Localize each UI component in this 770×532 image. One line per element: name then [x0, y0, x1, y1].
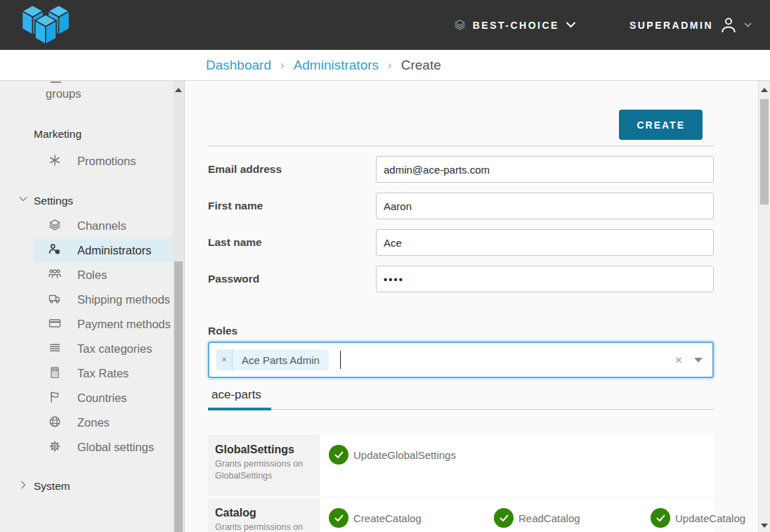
sidebar-item-tax-categories[interactable]: Tax categories [34, 336, 174, 361]
chevron-down-icon [566, 22, 576, 28]
permission-row-catalog: Catalog Grants permissions on Products, … [208, 498, 714, 532]
toggle-label: UpdateCatalog [675, 512, 745, 524]
sidebar-item-global-settings[interactable]: Global settings [34, 434, 174, 459]
breadcrumb-bar: Dashboard › Administrators › Create [0, 50, 770, 81]
sidebar-item-roles[interactable]: Roles [34, 262, 174, 287]
main-content: CREATE Email address First name Last nam… [185, 81, 758, 532]
toggle-on-icon[interactable] [329, 445, 348, 465]
nav-section-marketing[interactable]: Marketing [0, 127, 174, 141]
last-name-field-row: Last name [208, 229, 714, 256]
permissions-table: GlobalSettings Grants permissions on Glo… [208, 435, 714, 532]
toggle-on-icon[interactable] [329, 508, 348, 528]
channel-switcher[interactable]: BEST-CHOICE [453, 18, 576, 32]
sidebar-item-shipping-methods[interactable]: Shipping methods [34, 287, 174, 311]
breadcrumb: Dashboard › Administrators › Create [206, 58, 441, 73]
tax-categories-icon [48, 341, 62, 355]
nav-section-settings[interactable]: Settings [0, 194, 174, 208]
scroll-up-arrow[interactable] [175, 88, 182, 92]
nav-section-system[interactable]: System [0, 479, 174, 493]
toggle-label: UpdateGlobalSettings [353, 449, 456, 461]
sidebar-item-customer-groups[interactable]: groups [0, 85, 174, 102]
email-input[interactable] [376, 156, 714, 183]
main-scrollbar[interactable] [758, 81, 770, 532]
sidebar-item-countries[interactable]: Countries [34, 385, 174, 410]
first-name-input[interactable] [376, 193, 714, 219]
channel-tabs: ace-parts [208, 388, 714, 410]
email-label: Email address [208, 163, 376, 176]
breadcrumb-separator: › [280, 58, 285, 72]
sidebar-nav: groups Marketing Promotions [0, 81, 185, 532]
first-name-label: First name [208, 200, 376, 212]
user-icon [719, 15, 738, 35]
last-name-label: Last name [208, 236, 376, 249]
email-field-row: Email address [208, 156, 714, 183]
role-chip: × Ace Parts Admin [216, 349, 329, 370]
password-input[interactable] [376, 266, 714, 292]
text-cursor [340, 351, 341, 369]
first-name-field-row: First name [208, 193, 714, 219]
main-scrollbar-thumb[interactable] [760, 99, 769, 205]
channels-icon [48, 218, 62, 232]
permission-name: GlobalSettings [215, 443, 313, 456]
breadcrumb-separator: › [388, 58, 392, 72]
user-menu[interactable]: SUPERADMIN [629, 15, 752, 35]
sidebar-scrollbar-thumb[interactable] [174, 261, 183, 532]
sidebar-item-administrators[interactable]: Administrators [34, 238, 174, 262]
countries-icon [48, 390, 62, 404]
roles-select[interactable]: × Ace Parts Admin × [208, 342, 714, 378]
tax-rates-icon [48, 365, 62, 379]
dropdown-arrow-icon[interactable] [694, 358, 703, 363]
vendure-logo-icon[interactable] [20, 5, 72, 46]
password-label: Password [208, 273, 376, 285]
permission-toggle: CreateCatalog [329, 508, 494, 528]
zones-icon [48, 415, 62, 429]
permission-name: Catalog [215, 507, 313, 519]
payment-methods-icon [48, 316, 62, 330]
sidebar-item-tax-rates[interactable]: Tax Rates [34, 361, 174, 385]
breadcrumb-dashboard[interactable]: Dashboard [206, 58, 271, 73]
clear-icon[interactable]: × [675, 354, 682, 366]
password-field-row: Password [208, 266, 714, 292]
sidebar-item-payment-methods[interactable]: Payment methods [34, 311, 174, 336]
chevron-down-icon [744, 22, 752, 27]
channel-name: BEST-CHOICE [473, 20, 559, 31]
role-chip-label: Ace Parts Admin [233, 349, 329, 370]
divider [208, 145, 714, 146]
sidebar-item-promotions[interactable]: Promotions [34, 148, 174, 173]
tab-divider [208, 409, 714, 410]
top-bar: BEST-CHOICE SUPERADMIN [0, 0, 770, 50]
toggle-on-icon[interactable] [494, 508, 514, 528]
breadcrumb-create: Create [401, 58, 441, 73]
active-tab-underline [208, 408, 271, 410]
toggle-on-icon[interactable] [651, 508, 670, 528]
chip-remove-icon[interactable]: × [216, 349, 233, 370]
shipping-methods-icon [48, 292, 62, 306]
admin-app: BEST-CHOICE SUPERADMIN Dashboard › Admin… [0, 0, 770, 532]
roles-icon [48, 267, 62, 281]
permission-description: Grants permissions on GlobalSettings [215, 458, 313, 481]
permission-toggle: UpdateCatalog [651, 508, 745, 528]
promotions-icon [48, 153, 62, 167]
tab-ace-parts[interactable]: ace-parts [208, 388, 265, 409]
sidebar-item-channels[interactable]: Channels [34, 213, 174, 238]
create-button[interactable]: CREATE [619, 110, 703, 140]
chevron-down-icon [19, 196, 27, 202]
group-icon [51, 81, 61, 83]
layers-icon [453, 18, 466, 32]
administrators-icon [48, 242, 62, 257]
permission-toggle: ReadCatalog [494, 508, 651, 528]
toggle-label: ReadCatalog [518, 512, 580, 524]
permission-description: Grants permissions on Products, Facets [215, 521, 313, 532]
last-name-input[interactable] [376, 229, 714, 256]
permission-toggle: UpdateGlobalSettings [329, 445, 456, 465]
global-settings-icon [48, 439, 62, 453]
chevron-right-icon [20, 481, 26, 489]
username: SUPERADMIN [629, 20, 713, 31]
sidebar-item-zones[interactable]: Zones [34, 410, 174, 434]
scroll-down-arrow[interactable] [761, 524, 768, 528]
breadcrumb-administrators[interactable]: Administrators [294, 58, 379, 73]
sidebar-scrollbar[interactable] [173, 81, 184, 532]
roles-label: Roles [208, 325, 714, 337]
scroll-up-arrow[interactable] [761, 88, 768, 92]
permission-row-globalsettings: GlobalSettings Grants permissions on Glo… [208, 435, 714, 495]
